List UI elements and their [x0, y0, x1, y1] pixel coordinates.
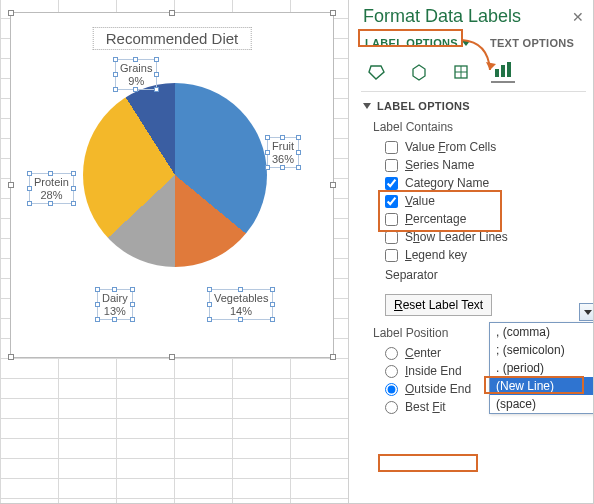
- check-legend-key[interactable]: Legend key: [385, 248, 584, 262]
- check-show-leader-lines[interactable]: Show Leader Lines: [385, 230, 584, 244]
- caret-down-icon: [363, 103, 371, 109]
- format-pane: Format Data Labels ✕ LABEL OPTIONS TEXT …: [348, 0, 594, 504]
- tab-text-options[interactable]: TEXT OPTIONS: [488, 35, 576, 51]
- svg-rect-4: [495, 69, 499, 77]
- data-label-dairy[interactable]: Dairy 13%: [97, 289, 133, 320]
- svg-marker-0: [413, 65, 425, 80]
- separator-label: Separator: [385, 268, 438, 282]
- data-label-grains[interactable]: Grains 9%: [115, 59, 157, 90]
- separator-option[interactable]: . (period): [490, 359, 594, 377]
- label-contains-header: Label Contains: [373, 120, 584, 134]
- check-category-name[interactable]: Category Name: [385, 176, 584, 190]
- data-label-text: Vegetables: [214, 292, 268, 304]
- radio[interactable]: [385, 365, 398, 378]
- worksheet-grid[interactable]: Recommended Diet Fruit 36% Vegetables 14…: [0, 0, 348, 504]
- data-label-text: Dairy: [102, 292, 128, 304]
- checkbox[interactable]: [385, 195, 398, 208]
- separator-option[interactable]: (space): [490, 395, 594, 413]
- data-label-text: Protein: [34, 176, 69, 188]
- radio[interactable]: [385, 347, 398, 360]
- check-series-name[interactable]: Series Name: [385, 158, 584, 172]
- radio[interactable]: [385, 401, 398, 414]
- checkbox[interactable]: [385, 249, 398, 262]
- pane-title: Format Data Labels: [363, 6, 521, 27]
- label-options-icon[interactable]: [491, 61, 515, 83]
- size-properties-icon[interactable]: [449, 61, 473, 83]
- svg-rect-6: [507, 62, 511, 77]
- effects-icon[interactable]: [407, 61, 431, 83]
- pie-plot-area[interactable]: [83, 83, 267, 267]
- checkbox[interactable]: [385, 159, 398, 172]
- chevron-down-icon: [462, 41, 470, 46]
- data-label-vegetables[interactable]: Vegetables 14%: [209, 289, 273, 320]
- data-label-text: Fruit: [272, 140, 294, 152]
- reset-label-text-button[interactable]: Reset Label Text: [385, 294, 492, 316]
- checkbox[interactable]: [385, 177, 398, 190]
- svg-rect-5: [501, 65, 505, 77]
- checkbox[interactable]: [385, 141, 398, 154]
- chart-object[interactable]: Recommended Diet Fruit 36% Vegetables 14…: [10, 12, 334, 358]
- check-value[interactable]: Value: [385, 194, 584, 208]
- checkbox[interactable]: [385, 213, 398, 226]
- separator-option-selected[interactable]: (New Line): [490, 377, 594, 395]
- data-label-text: Grains: [120, 62, 152, 74]
- dropdown-button[interactable]: [579, 303, 594, 321]
- radio[interactable]: [385, 383, 398, 396]
- separator-option[interactable]: ; (semicolon): [490, 341, 594, 359]
- check-value-from-cells[interactable]: Value From Cells: [385, 140, 584, 154]
- fill-line-icon[interactable]: [365, 61, 389, 83]
- data-label-fruit[interactable]: Fruit 36%: [267, 137, 299, 168]
- section-label-options[interactable]: LABEL OPTIONS: [363, 100, 584, 112]
- checkbox[interactable]: [385, 231, 398, 244]
- tab-label-options[interactable]: LABEL OPTIONS: [363, 35, 472, 51]
- separator-dropdown[interactable]: , (comma) ; (semicolon) . (period) (New …: [489, 322, 594, 414]
- chart-title[interactable]: Recommended Diet: [93, 27, 252, 50]
- check-percentage[interactable]: Percentage: [385, 212, 584, 226]
- separator-option[interactable]: , (comma): [490, 323, 594, 341]
- close-icon[interactable]: ✕: [572, 9, 584, 25]
- data-label-protein[interactable]: Protein 28%: [29, 173, 74, 204]
